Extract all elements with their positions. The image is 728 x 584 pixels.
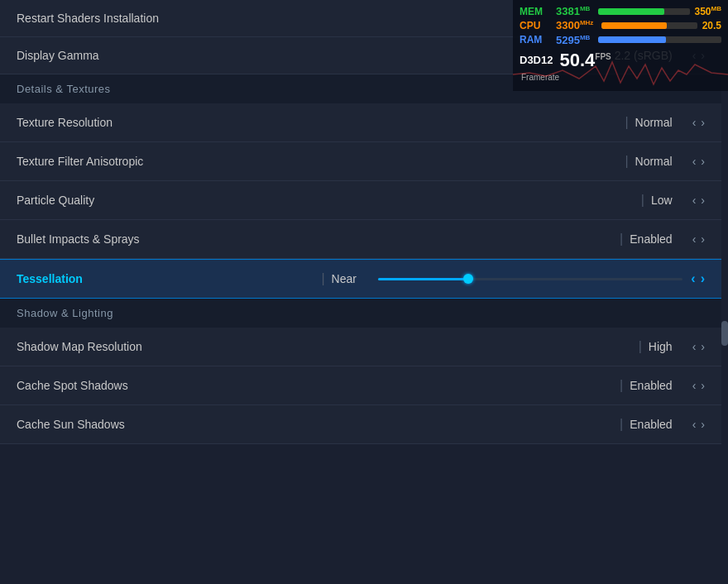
bullet-impacts-value: Enabled: [630, 232, 672, 246]
particle-quality-label: Particle Quality: [17, 194, 641, 207]
shadow-map-label: Shadow Map Resolution: [17, 340, 639, 353]
bullet-impacts-arrows[interactable]: ‹ ›: [692, 232, 705, 246]
tessellation-arrows[interactable]: ‹ ›: [691, 271, 705, 286]
cache-sun-label: Cache Sun Shadows: [17, 418, 620, 431]
bullet-impacts-left-arrow[interactable]: ‹: [692, 232, 697, 246]
cpu-bar: [601, 22, 666, 29]
bullet-impacts-right-arrow[interactable]: ›: [701, 232, 705, 246]
shadow-map-value-container: | High ‹ ›: [639, 339, 705, 354]
bullet-impacts-value-container: | Enabled ‹ ›: [620, 232, 705, 247]
mem-bar-container: [598, 8, 689, 15]
cpu-label: CPU: [520, 20, 551, 31]
shadow-map-right-arrow[interactable]: ›: [701, 340, 705, 353]
mem-label: MEM: [520, 6, 551, 17]
shadow-map-left-arrow[interactable]: ‹: [692, 340, 697, 353]
particle-quality-row[interactable]: Particle Quality | Low ‹ ›: [0, 181, 721, 220]
cache-sun-arrows[interactable]: ‹ ›: [692, 418, 705, 431]
ram-bar: [598, 36, 666, 43]
texture-resolution-left-arrow[interactable]: ‹: [692, 116, 697, 129]
cpu-bar-container: [601, 22, 697, 29]
texture-filter-value: Normal: [635, 155, 673, 168]
shadow-map-value: High: [649, 340, 673, 353]
bullet-impacts-row[interactable]: Bullet Impacts & Sprays | Enabled ‹ ›: [0, 220, 721, 259]
slider-fill: [378, 278, 470, 280]
slider-thumb[interactable]: [463, 274, 473, 284]
texture-resolution-value-container: | Normal ‹ ›: [625, 115, 705, 130]
ram-bar-container: [598, 36, 721, 43]
cache-spot-label: Cache Spot Shadows: [17, 379, 620, 392]
mem-bar: [598, 8, 663, 15]
shadow-lighting-section-header: Shadow & Lighting: [0, 299, 721, 328]
cache-spot-right-arrow[interactable]: ›: [701, 379, 705, 392]
texture-filter-label: Texture Filter Anisotropic: [17, 155, 625, 168]
cache-spot-value: Enabled: [630, 379, 672, 392]
cache-sun-value-container: | Enabled ‹ ›: [620, 417, 705, 432]
tessellation-right-arrow[interactable]: ›: [701, 271, 705, 286]
extra-value: 350MB: [695, 5, 721, 17]
particle-quality-value: Low: [651, 194, 673, 207]
tessellation-left-arrow[interactable]: ‹: [691, 271, 695, 286]
cache-spot-value-container: | Enabled ‹ ›: [620, 378, 705, 393]
texture-filter-row[interactable]: Texture Filter Anisotropic | Normal ‹ ›: [0, 142, 721, 181]
slider-track[interactable]: [378, 278, 682, 280]
particle-quality-arrows[interactable]: ‹ ›: [692, 194, 705, 207]
restart-shaders-label: Restart Shaders Installation: [17, 12, 159, 25]
bullet-impacts-label: Bullet Impacts & Sprays: [17, 232, 620, 246]
shadow-map-row[interactable]: Shadow Map Resolution | High ‹ ›: [0, 328, 721, 366]
texture-filter-arrows[interactable]: ‹ ›: [692, 155, 705, 168]
cache-sun-left-arrow[interactable]: ‹: [692, 418, 697, 431]
particle-quality-right-arrow[interactable]: ›: [701, 194, 705, 207]
particle-quality-left-arrow[interactable]: ‹: [692, 194, 697, 207]
texture-resolution-label: Texture Resolution: [17, 116, 625, 129]
texture-filter-left-arrow[interactable]: ‹: [692, 155, 697, 168]
tessellation-label: Tessellation: [17, 272, 321, 285]
scrollbar-thumb[interactable]: [721, 321, 728, 346]
particle-quality-value-container: | Low ‹ ›: [641, 193, 705, 208]
tessellation-value: Near: [332, 272, 357, 285]
cache-spot-row[interactable]: Cache Spot Shadows | Enabled ‹ ›: [0, 366, 721, 405]
cpu-value: 3300MHz: [556, 19, 593, 31]
shadow-map-arrows[interactable]: ‹ ›: [692, 340, 705, 353]
tessellation-row[interactable]: Tessellation | Near ‹ ›: [0, 259, 721, 299]
tessellation-slider[interactable]: [378, 278, 682, 280]
texture-resolution-value: Normal: [635, 116, 673, 129]
cache-sun-value: Enabled: [630, 418, 672, 431]
cpu-row: CPU 3300MHz 20.5: [520, 19, 721, 31]
stats-bar: MEM 3381MB 350MB CPU 3300MHz 20.5 RAM 52…: [513, 0, 728, 91]
sparkline-chart: [513, 50, 728, 91]
texture-resolution-arrows[interactable]: ‹ ›: [692, 116, 705, 129]
texture-resolution-right-arrow[interactable]: ›: [701, 116, 705, 129]
cache-sun-row[interactable]: Cache Sun Shadows | Enabled ‹ ›: [0, 405, 721, 444]
extra2-value: 20.5: [702, 20, 721, 31]
ram-row: RAM 5295MB: [520, 34, 721, 46]
texture-filter-value-container: | Normal ‹ ›: [625, 154, 705, 169]
cache-sun-right-arrow[interactable]: ›: [701, 418, 705, 431]
ram-value: 5295MB: [556, 34, 590, 46]
mem-row: MEM 3381MB 350MB: [520, 5, 721, 17]
mem-value: 3381MB: [556, 5, 590, 17]
cache-spot-left-arrow[interactable]: ‹: [692, 379, 697, 392]
cache-spot-arrows[interactable]: ‹ ›: [692, 379, 705, 392]
texture-filter-right-arrow[interactable]: ›: [701, 155, 705, 168]
ram-label: RAM: [520, 34, 551, 45]
texture-resolution-row[interactable]: Texture Resolution | Normal ‹ ›: [0, 103, 721, 142]
